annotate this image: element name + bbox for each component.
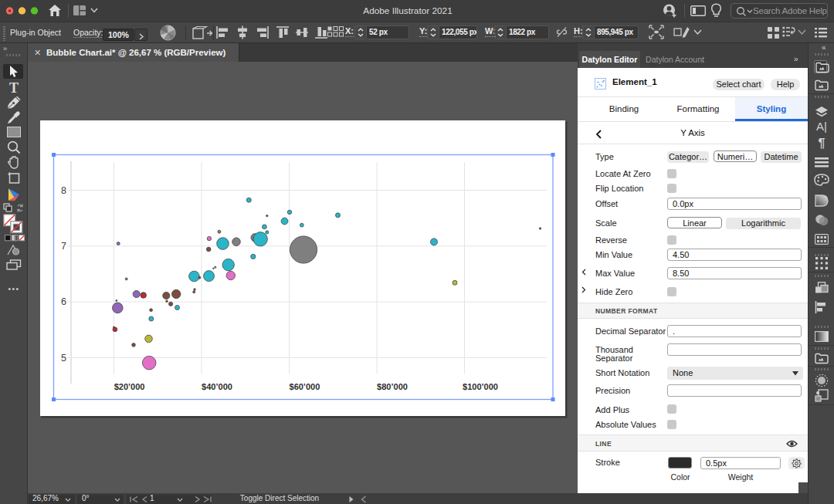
svg-text:$80’000: $80’000 (377, 382, 408, 391)
svg-text:$20’000: $20’000 (114, 382, 145, 391)
svg-text:$100’000: $100’000 (463, 382, 498, 391)
svg-text:8: 8 (61, 185, 66, 196)
svg-text:$60’000: $60’000 (290, 382, 320, 391)
svg-text:$40’000: $40’000 (202, 382, 232, 391)
svg-text:5: 5 (61, 353, 66, 364)
svg-text:7: 7 (61, 241, 66, 252)
svg-text:6: 6 (61, 296, 66, 307)
